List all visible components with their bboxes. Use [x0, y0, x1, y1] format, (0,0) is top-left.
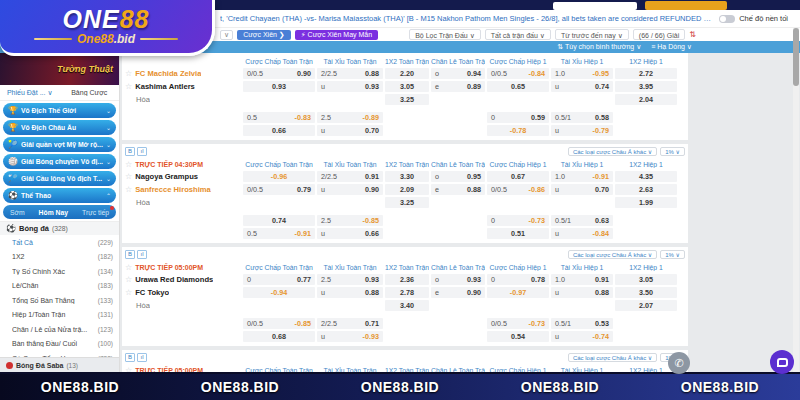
asian-bet-types-dropdown[interactable]: Các loại cược Châu Á khác ∨ [568, 353, 657, 362]
odds-cell[interactable]: 1.0-0.91 [551, 171, 613, 182]
odds-cell[interactable]: 2.78 [385, 287, 429, 298]
odds-cell[interactable]: 3.25 [385, 94, 429, 105]
odds-cell[interactable]: 0/0.50.90 [243, 68, 315, 79]
odds-cell[interactable]: e0.90 [431, 287, 485, 298]
odds-cell[interactable]: 0.51 [487, 228, 549, 239]
one88-logo[interactable]: ONE88 One88.bid [0, 0, 215, 56]
odds-cell[interactable]: u0.93 [317, 81, 383, 92]
odds-cell[interactable]: 4.35 [615, 171, 677, 182]
odds-cell[interactable]: u-0.79 [551, 125, 613, 136]
market-item[interactable]: 1X2(182) [0, 250, 119, 265]
market-item[interactable]: Chẵn / Lẻ của Nửa trậ...(123) [0, 322, 119, 337]
star-icon[interactable]: ☆ [125, 288, 132, 297]
stats-icon[interactable]: ıl [137, 250, 147, 259]
market-item[interactable]: Lẻ/Chẵn(183) [0, 279, 119, 294]
odds-cell[interactable]: 3.95 [615, 81, 677, 92]
dark-mode-control[interactable]: Chế độ nền tối [719, 14, 788, 23]
odds-cell[interactable]: 0.74 [243, 215, 315, 226]
stats-icon[interactable]: ıl [137, 147, 147, 156]
league-count-dropdown[interactable]: (66 / 66) Giải [633, 29, 685, 40]
chevron-down-icon[interactable]: ∨ [220, 30, 233, 40]
star-icon[interactable]: ☆ [125, 275, 132, 284]
odds-cell[interactable]: 3.30 [385, 171, 429, 182]
search-input[interactable] [553, 2, 637, 10]
market-item[interactable]: Tổng Số Bàn Thắng(133) [0, 293, 119, 308]
odds-cell[interactable]: 1.00.91 [551, 274, 613, 285]
odds-cell[interactable]: 0/0.5-0.73 [487, 318, 549, 329]
odds-cell[interactable]: 2/2.50.88 [317, 68, 383, 79]
odds-cell[interactable]: u-0.74 [551, 331, 613, 342]
all-matches-dropdown[interactable]: Tất cả trận đấu ∨ [485, 29, 551, 40]
parlay-button[interactable]: Cược Xiên ❯ [237, 30, 291, 40]
star-icon[interactable]: ☆ [125, 185, 132, 194]
match-filter-dropdown[interactable]: Bộ Lọc Trận Đấu ∨ [409, 29, 481, 40]
star-icon[interactable]: ☆ [125, 82, 132, 91]
odds-cell[interactable]: 2.72 [615, 68, 677, 79]
odds-cell[interactable]: 3.50 [615, 287, 677, 298]
view-options-dropdown[interactable]: ⇅ Tùy chọn bình thường ∨ [557, 43, 641, 51]
odds-cell[interactable]: -0.96 [243, 171, 315, 182]
odds-cell[interactable]: 2.09 [385, 184, 429, 195]
sport-header-football[interactable]: ⚽ Bóng đá (328) [0, 221, 119, 235]
odds-cell[interactable]: 0.5/10.58 [551, 112, 613, 123]
sidebar-league-button[interactable]: 🏐Giải Bóng chuyền Vô đị...⌄ [3, 154, 116, 169]
odds-cell[interactable]: u0.90 [317, 184, 383, 195]
odds-cell[interactable]: 00.78 [487, 274, 549, 285]
odds-cell[interactable]: 2.36 [385, 274, 429, 285]
stats-icon[interactable]: ıl [137, 353, 147, 362]
odds-cell[interactable]: 00.77 [243, 274, 315, 285]
odds-cell[interactable]: 2.5-0.89 [317, 112, 383, 123]
odds-cell[interactable]: -0.94 [243, 287, 315, 298]
bet-builder-icon[interactable]: B [125, 147, 135, 156]
odds-cell[interactable]: u0.70 [551, 184, 613, 195]
tab-odds-board[interactable]: Bảng Cược [60, 89, 120, 96]
tab-bet-slip[interactable]: Phiếu Đặt ... ∨ [0, 89, 60, 97]
odds-cell[interactable]: e0.89 [431, 81, 485, 92]
odds-cell[interactable]: e0.88 [431, 184, 485, 195]
odds-cell[interactable]: 0-0.73 [487, 215, 549, 226]
odds-cell[interactable]: 3.05 [385, 81, 429, 92]
odds-cell[interactable]: 2/2.50.91 [317, 171, 383, 182]
odds-cell[interactable]: 2.20 [385, 68, 429, 79]
odds-cell[interactable]: 3.40 [385, 300, 429, 311]
odds-cell[interactable]: u0.74 [551, 81, 613, 92]
odds-cell[interactable]: 0.93 [243, 81, 315, 92]
odds-cell[interactable]: 0.5/10.53 [551, 318, 613, 329]
bet-builder-icon[interactable]: B [125, 353, 135, 362]
market-item[interactable]: Hiệp 1/Toàn Trận(131) [0, 308, 119, 323]
odds-cell[interactable]: o0.93 [431, 274, 485, 285]
star-icon[interactable]: ☆ [125, 160, 132, 169]
odds-cell[interactable]: 2/2.50.71 [317, 318, 383, 329]
odds-format-dropdown[interactable]: 1% ∨ [660, 250, 685, 259]
market-item[interactable]: Tất Cả(229) [0, 235, 119, 250]
star-icon[interactable]: ☆ [125, 172, 132, 181]
odds-cell[interactable]: 0.68 [243, 331, 315, 342]
odds-cell[interactable]: 0.5/10.63 [551, 215, 613, 226]
bet-builder-icon[interactable]: B [125, 250, 135, 259]
odds-cell[interactable]: 0.65 [487, 81, 549, 92]
odds-cell[interactable]: 2.50.93 [317, 274, 383, 285]
star-icon[interactable]: ☆ [125, 263, 132, 272]
sort-icon[interactable]: ⇅ [689, 30, 696, 39]
scrollbar-thumb[interactable] [793, 28, 799, 86]
odds-cell[interactable]: u0.88 [317, 287, 383, 298]
row-mode-dropdown[interactable]: ≡ Hạ Dòng ∨ [651, 43, 692, 51]
odds-cell[interactable]: 2.04 [615, 94, 677, 105]
odds-cell[interactable]: 0/0.50.79 [243, 184, 315, 195]
odds-cell[interactable]: u0.88 [551, 287, 613, 298]
odds-cell[interactable]: 0.54 [487, 331, 549, 342]
asian-bet-types-dropdown[interactable]: Các loại cược Châu Á khác ∨ [568, 147, 657, 156]
odds-cell[interactable]: 3.25 [385, 197, 429, 208]
live-chat-icon[interactable] [770, 350, 794, 374]
odds-cell[interactable]: u-0.93 [317, 331, 383, 342]
odds-cell[interactable]: 2.63 [615, 184, 677, 195]
odds-cell[interactable]: 0/0.5-0.84 [487, 68, 549, 79]
sidebar-league-button[interactable]: ⚽Thể Thao⌃ [3, 188, 116, 203]
odds-cell[interactable]: 0/0.5-0.85 [243, 318, 315, 329]
subtab-hôm-nay[interactable]: Hôm Nay [39, 209, 68, 216]
odds-cell[interactable]: 0.5-0.91 [243, 228, 315, 239]
odds-cell[interactable]: 1.0-0.95 [551, 68, 613, 79]
subtab-sớm[interactable]: Sớm [10, 209, 25, 216]
market-item[interactable]: Bàn thắng Đầu/ Cuối(100) [0, 337, 119, 352]
odds-cell[interactable]: 0.5-0.83 [243, 112, 315, 123]
